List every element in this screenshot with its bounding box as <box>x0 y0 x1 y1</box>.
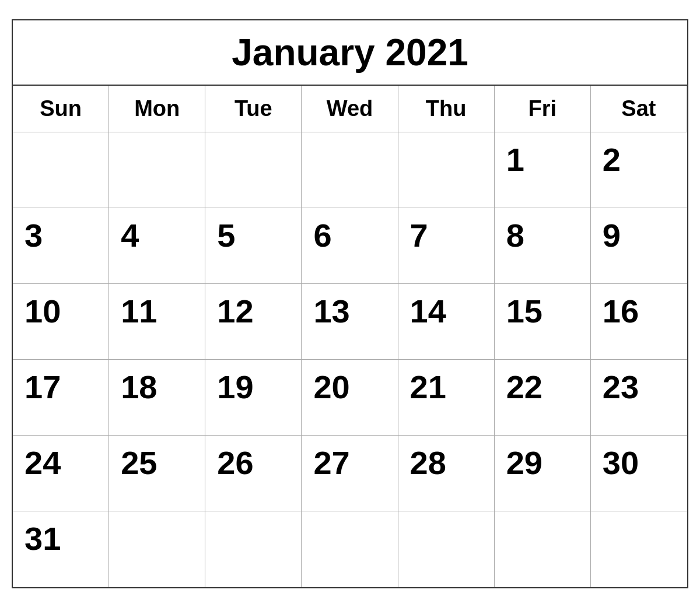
calendar-day[interactable]: 21 <box>398 360 495 436</box>
calendar-empty-day <box>398 511 495 587</box>
day-header: Sun <box>13 86 109 132</box>
calendar-empty-day <box>591 511 687 587</box>
calendar-empty-day <box>302 132 398 208</box>
day-header: Tue <box>205 86 302 132</box>
calendar-empty-day <box>13 132 109 208</box>
day-header: Mon <box>109 86 205 132</box>
calendar-empty-day <box>302 511 398 587</box>
calendar-day[interactable]: 25 <box>109 436 205 511</box>
calendar-day[interactable]: 28 <box>398 436 495 511</box>
calendar-day[interactable]: 31 <box>13 511 109 587</box>
calendar-day[interactable]: 8 <box>495 208 591 284</box>
day-header: Thu <box>398 86 495 132</box>
calendar-day[interactable]: 24 <box>13 436 109 511</box>
calendar-day[interactable]: 13 <box>302 284 398 360</box>
calendar-day[interactable]: 15 <box>495 284 591 360</box>
calendar-day[interactable]: 5 <box>205 208 302 284</box>
calendar-empty-day <box>398 132 495 208</box>
calendar-day[interactable]: 4 <box>109 208 205 284</box>
calendar-day[interactable]: 9 <box>591 208 687 284</box>
calendar-day[interactable]: 3 <box>13 208 109 284</box>
calendar: January 2021 SunMonTueWedThuFriSat123456… <box>12 19 688 588</box>
calendar-empty-day <box>205 511 302 587</box>
calendar-day[interactable]: 29 <box>495 436 591 511</box>
calendar-day[interactable]: 26 <box>205 436 302 511</box>
calendar-day[interactable]: 22 <box>495 360 591 436</box>
calendar-day[interactable]: 10 <box>13 284 109 360</box>
calendar-day[interactable]: 20 <box>302 360 398 436</box>
calendar-day[interactable]: 11 <box>109 284 205 360</box>
calendar-day[interactable]: 23 <box>591 360 687 436</box>
day-header: Wed <box>302 86 398 132</box>
calendar-empty-day <box>205 132 302 208</box>
calendar-day[interactable]: 7 <box>398 208 495 284</box>
day-header: Fri <box>495 86 591 132</box>
calendar-empty-day <box>109 132 205 208</box>
calendar-day[interactable]: 16 <box>591 284 687 360</box>
calendar-empty-day <box>109 511 205 587</box>
calendar-title: January 2021 <box>13 20 687 86</box>
calendar-day[interactable]: 19 <box>205 360 302 436</box>
calendar-day[interactable]: 18 <box>109 360 205 436</box>
calendar-day[interactable]: 6 <box>302 208 398 284</box>
calendar-day[interactable]: 17 <box>13 360 109 436</box>
calendar-day[interactable]: 27 <box>302 436 398 511</box>
calendar-day[interactable]: 1 <box>495 132 591 208</box>
calendar-day[interactable]: 2 <box>591 132 687 208</box>
calendar-day[interactable]: 12 <box>205 284 302 360</box>
calendar-day[interactable]: 14 <box>398 284 495 360</box>
calendar-day[interactable]: 30 <box>591 436 687 511</box>
calendar-grid: SunMonTueWedThuFriSat1234567891011121314… <box>13 86 687 587</box>
day-header: Sat <box>591 86 687 132</box>
calendar-empty-day <box>495 511 591 587</box>
